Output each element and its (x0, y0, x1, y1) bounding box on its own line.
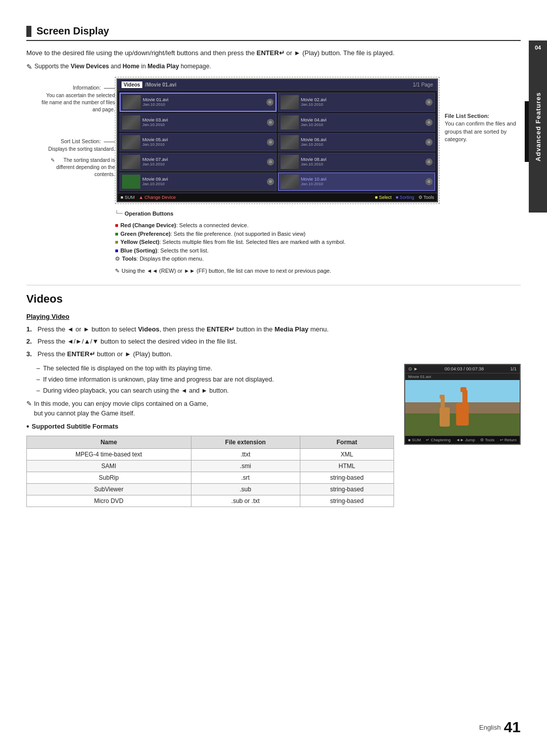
vp-footer-tools: ⚙ Tools (480, 438, 494, 442)
mock-screen-header: Videos /Movie 01.avi 1/1 Page (118, 79, 437, 91)
dash: – (36, 364, 40, 373)
mock-item-name: Movie 09.avi (142, 177, 265, 182)
vp-filename: Movie 01.avi (405, 373, 520, 380)
info-desc: You can ascertain the selectedfile name … (36, 92, 115, 113)
mock-item-date: Jan.10.2010 (301, 142, 423, 147)
op-green-text: Green (Preference): Sets the file prefer… (121, 230, 306, 238)
table-row: SubRip .srt string-based (27, 472, 394, 483)
mock-grid-item: Movie 03.avi Jan.10.2010 ⊙ (120, 113, 277, 132)
mock-screen-footer: ■ SUM ▲ Change Device ■ Select ■ Sorting… (118, 193, 437, 201)
page-footer: English 41 (26, 719, 521, 736)
mock-thumb (122, 155, 140, 169)
op-red: ■ Red (Change Device): Selects a connect… (115, 221, 521, 230)
subtitle-formats-label: • Supported Subtitle Formats (26, 423, 394, 431)
op-tools-text: Tools: Displays the option menu. (122, 255, 204, 263)
dash: – (36, 386, 40, 396)
giraffe2-head (440, 395, 445, 399)
mock-item-name: Movie 10.avi (301, 177, 423, 182)
note-text: The selected file is displayed on the to… (43, 364, 212, 373)
chapter-title: Advanced Features (534, 92, 542, 161)
op-note-text: Using the ◄◄ (REW) or ►► (FF) button, fi… (122, 266, 331, 276)
cell-format: string-based (300, 495, 394, 507)
mock-item-info: Movie 02.avi Jan.10.2010 (301, 97, 423, 107)
step-num: 3. (26, 349, 34, 359)
table-row: SubViewer .sub string-based (27, 483, 394, 495)
mock-thumb (281, 135, 299, 149)
note-icon: ✎ (26, 63, 32, 71)
footer-language: English (479, 724, 501, 731)
sort-desc: Displays the sorting standard. (36, 146, 115, 153)
dash: – (36, 375, 40, 385)
table-row: MPEG-4 time-based text .ttxt XML (27, 448, 394, 460)
giraffe-neck (462, 390, 467, 405)
mock-item-info: Movie 01.avi Jan.10.2010 (143, 97, 264, 107)
playing-video-subtitle: Playing Video (26, 313, 521, 320)
vp-page: 1/1 (510, 366, 517, 371)
mock-item-date: Jan.10.2010 (143, 102, 264, 107)
mode-note: ✎ In this mode, you can enjoy movie clip… (26, 399, 394, 418)
subtitle-table: Name File extension Format MPEG-4 time-b… (26, 436, 394, 507)
mock-item-icon: ⊙ (267, 139, 274, 146)
cell-ext: .ttxt (191, 448, 300, 460)
video-player-mock: ⊙ ► 00:04:03 / 00:07:38 1/1 Movie 01.avi (404, 364, 521, 445)
mock-item-name: Movie 01.avi (143, 97, 264, 102)
mode-note-text: In this mode, you can enjoy movie clips … (34, 399, 208, 418)
vp-footer-sum: ■ SUM (408, 438, 421, 442)
file-list-label: File List Section: You can confirm the f… (445, 112, 521, 144)
giraffe-body (456, 403, 469, 426)
mock-item-date: Jan.10.2010 (142, 182, 265, 186)
bullet-dot: • (26, 423, 29, 431)
diagram-right-labels: File List Section: You can confirm the f… (440, 77, 521, 204)
mock-thumb (281, 155, 299, 169)
mock-item-date: Jan.10.2010 (301, 162, 423, 166)
mock-thumb (281, 95, 299, 109)
table-row: SAMI .smi HTML (27, 460, 394, 472)
footer-page-number: 41 (504, 719, 521, 736)
table-row: Micro DVD .sub or .txt string-based (27, 495, 394, 507)
step-num: 2. (26, 337, 34, 347)
cell-name: MPEG-4 time-based text (27, 448, 191, 460)
mock-item-info: Movie 06.avi Jan.10.2010 (301, 137, 423, 147)
cell-format: string-based (300, 483, 394, 495)
mock-grid: Movie 01.avi Jan.10.2010 ⊙ Movie 02.avi … (118, 91, 437, 193)
videos-two-col: – The selected file is displayed on the … (26, 364, 521, 507)
vp-footer: ■ SUM ↵ Chaptering ◄► Jump ⚙ Tools ↩ Ret… (405, 436, 520, 444)
mock-header-page: 1/1 Page (413, 82, 433, 88)
mock-item-info: Movie 08.avi Jan.10.2010 (301, 157, 423, 166)
screen-display-title: Screen Display (36, 25, 109, 37)
mock-screen: Videos /Movie 01.avi 1/1 Page Movie 01.a… (116, 78, 438, 202)
mock-item-name: Movie 02.avi (301, 97, 423, 102)
op-yellow-text: Yellow (Select): Selects multiple files … (121, 238, 345, 246)
sort-note-icon: ✎ (51, 157, 55, 164)
mock-item-name: Movie 03.avi (142, 117, 265, 122)
footer-change-device: ▲ Change Device (139, 195, 176, 200)
op-green-bullet: ■ (115, 230, 119, 238)
col-format: Format (300, 436, 394, 448)
videos-right: ⊙ ► 00:04:03 / 00:07:38 1/1 Movie 01.avi (404, 364, 521, 507)
footer-sorting: ■ Sorting (396, 195, 414, 200)
sort-note-text: The sorting standard isdifferent dependi… (56, 157, 115, 178)
bullet-note-1: – The selected file is displayed on the … (36, 364, 394, 373)
mock-grid-item: Movie 06.avi Jan.10.2010 ⊙ (278, 133, 435, 151)
note-text: During video playback, you can search us… (43, 386, 229, 396)
cell-name: Micro DVD (27, 495, 191, 507)
mock-item-info: Movie 09.avi Jan.10.2010 (142, 177, 265, 186)
mock-thumb (123, 95, 141, 109)
vp-time: 00:04:03 / 00:07:38 (445, 366, 484, 371)
sort-label: Sort List Section: (61, 138, 115, 145)
step-text: Press the ◄/►/▲/▼ button to select the d… (37, 337, 237, 347)
mock-item-name: Movie 05.avi (142, 137, 265, 142)
cell-ext: .sub or .txt (191, 495, 300, 507)
mock-grid-item: Movie 05.avi Jan.10.2010 ⊙ (120, 133, 277, 151)
op-note: ✎ Using the ◄◄ (REW) or ►► (FF) button, … (115, 266, 521, 276)
screen-display-header: Screen Display (26, 25, 521, 41)
vp-footer-return: ↩ Return (500, 438, 517, 442)
operation-section: └─ Operation Buttons ■ Red (Change Devic… (115, 209, 521, 276)
footer-tools: ⚙ Tools (418, 195, 434, 200)
op-note-icon: ✎ (115, 266, 120, 276)
mock-item-info: Movie 05.avi Jan.10.2010 (142, 137, 265, 147)
mock-screen-wrapper: Videos /Movie 01.avi 1/1 Page Movie 01.a… (115, 77, 440, 204)
vp-footer-chaptering: ↵ Chaptering (426, 438, 450, 442)
giraffe2-neck (441, 397, 445, 409)
mock-item-name: Movie 07.avi (142, 157, 265, 162)
